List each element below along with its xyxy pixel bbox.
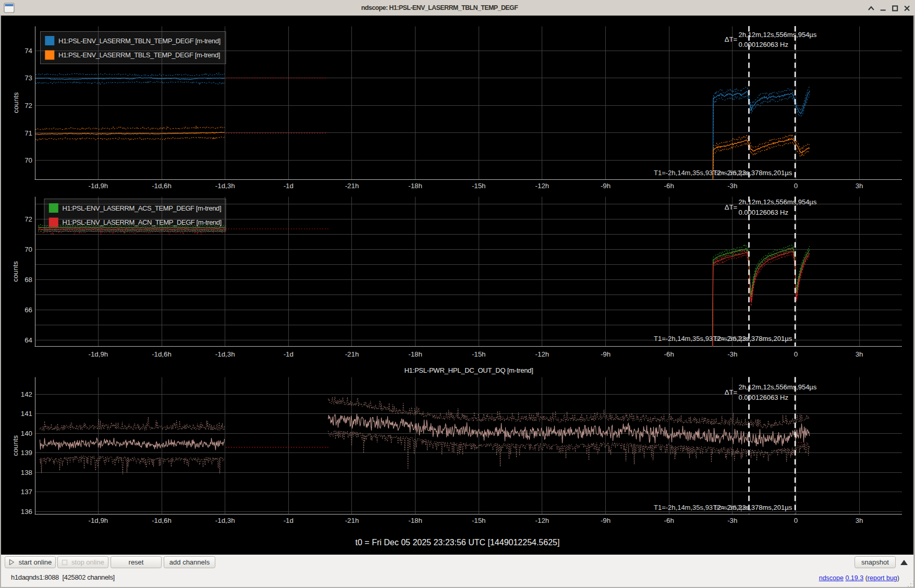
svg-text:-1d,3h: -1d,3h	[215, 350, 235, 358]
svg-text:3h: 3h	[856, 182, 863, 190]
svg-text:ΔT=: ΔT=	[725, 35, 737, 43]
svg-text:T1=-2h,14m,35s,93: T1=-2h,14m,35s,93	[654, 335, 713, 342]
svg-text:-6h: -6h	[664, 350, 674, 358]
svg-text:0: 0	[794, 517, 798, 524]
svg-text:-12h: -12h	[535, 517, 550, 524]
svg-text:-1d,3h: -1d,3h	[215, 182, 235, 190]
svg-text:-18h: -18h	[408, 517, 422, 524]
svg-text:H1:PSL-PWR_HPL_DC_OUT_DQ [m-tr: H1:PSL-PWR_HPL_DC_OUT_DQ [m-trend]	[404, 366, 533, 374]
svg-text:-15h: -15h	[472, 517, 486, 524]
svg-text:136: 136	[21, 508, 32, 516]
svg-text:-1d,3h: -1d,3h	[215, 517, 235, 524]
svg-text:-1d: -1d	[284, 350, 294, 358]
svg-text:-12h: -12h	[535, 350, 550, 358]
svg-text:counts: counts	[12, 92, 20, 113]
svg-text:-21h: -21h	[345, 182, 359, 190]
svg-text:138: 138	[21, 469, 32, 476]
svg-text:0.000126063 Hz: 0.000126063 Hz	[739, 394, 788, 401]
svg-text:H1:PSL-ENV_LASERRM_ACS_TEMP_DE: H1:PSL-ENV_LASERRM_ACS_TEMP_DEGF [m-tren…	[63, 204, 222, 212]
svg-text:-1d: -1d	[284, 182, 294, 190]
svg-text:142: 142	[21, 390, 32, 398]
svg-text:-1d,6h: -1d,6h	[152, 350, 172, 358]
svg-text:-3h: -3h	[727, 350, 737, 358]
svg-text:72: 72	[25, 102, 32, 109]
svg-text:137: 137	[21, 488, 32, 496]
svg-text:T2=-2m,23s,378ms,201µs: T2=-2m,23s,378ms,201µs	[713, 504, 792, 511]
svg-text:3h: 3h	[856, 517, 863, 524]
svg-text:-18h: -18h	[408, 182, 422, 190]
svg-text:T1=-2h,14m,35s,93: T1=-2h,14m,35s,93	[654, 169, 713, 177]
svg-text:-1d,9h: -1d,9h	[89, 517, 108, 524]
svg-text:0.000126063 Hz: 0.000126063 Hz	[739, 41, 788, 48]
svg-text:-3h: -3h	[727, 182, 737, 190]
svg-text:counts: counts	[12, 261, 20, 282]
svg-text:H1:PSL-ENV_LASERRM_TBLN_TEMP_D: H1:PSL-ENV_LASERRM_TBLN_TEMP_DEGF [m-tre…	[58, 37, 221, 45]
svg-text:64: 64	[25, 336, 32, 344]
svg-text:-6h: -6h	[664, 517, 674, 524]
svg-text:141: 141	[21, 410, 32, 418]
svg-text:68: 68	[25, 276, 32, 284]
svg-text:counts: counts	[12, 435, 20, 456]
svg-text:139: 139	[21, 449, 32, 457]
svg-text:-9h: -9h	[601, 182, 611, 190]
svg-text:ΔT=: ΔT=	[725, 388, 737, 396]
svg-text:2h,12m,12s,556ms,954µs: 2h,12m,12s,556ms,954µs	[739, 198, 817, 206]
svg-text:-15h: -15h	[472, 182, 486, 190]
svg-text:-21h: -21h	[345, 350, 359, 358]
svg-text:-1d,6h: -1d,6h	[152, 517, 172, 524]
svg-text:ΔT=: ΔT=	[725, 203, 737, 211]
svg-text:-18h: -18h	[408, 350, 422, 358]
svg-text:2h,12m,12s,556ms,954µs: 2h,12m,12s,556ms,954µs	[739, 31, 817, 39]
svg-text:T2=-2m,23s,378ms,201µs: T2=-2m,23s,378ms,201µs	[713, 335, 792, 342]
svg-text:3h: 3h	[856, 350, 863, 358]
svg-text:H1:PSL-ENV_LASERRM_ACN_TEMP_DE: H1:PSL-ENV_LASERRM_ACN_TEMP_DEGF [m-tren…	[63, 218, 222, 226]
svg-text:140: 140	[21, 430, 32, 437]
svg-text:T1=-2h,14m,35s,93: T1=-2h,14m,35s,93	[654, 504, 713, 511]
svg-text:-1d: -1d	[284, 517, 294, 524]
svg-text:66: 66	[25, 306, 32, 314]
svg-text:74: 74	[25, 47, 32, 55]
svg-text:-3h: -3h	[727, 517, 737, 524]
svg-text:-9h: -9h	[601, 517, 611, 524]
svg-text:72: 72	[25, 215, 32, 223]
svg-text:T2=-2m,23s,378ms,201µs: T2=-2m,23s,378ms,201µs	[713, 169, 792, 177]
svg-text:0: 0	[794, 350, 798, 358]
svg-text:-9h: -9h	[601, 350, 611, 358]
svg-text:0.000126063 Hz: 0.000126063 Hz	[739, 209, 788, 216]
svg-text:70: 70	[25, 156, 32, 164]
svg-text:-6h: -6h	[664, 182, 674, 190]
svg-text:2h,12m,12s,556ms,954µs: 2h,12m,12s,556ms,954µs	[739, 383, 817, 391]
svg-text:73: 73	[25, 74, 32, 82]
svg-text:71: 71	[25, 129, 32, 137]
svg-text:70: 70	[25, 246, 32, 253]
svg-text:-1d,6h: -1d,6h	[152, 182, 172, 190]
svg-text:H1:PSL-ENV_LASERRM_TBLS_TEMP_D: H1:PSL-ENV_LASERRM_TBLS_TEMP_DEGF [m-tre…	[58, 51, 220, 59]
svg-text:t0 = Fri Dec 05 2025 23:23:56: t0 = Fri Dec 05 2025 23:23:56 UTC [14490…	[356, 538, 560, 547]
svg-text:-1d,9h: -1d,9h	[89, 182, 108, 190]
svg-text:-15h: -15h	[472, 350, 486, 358]
svg-text:-21h: -21h	[345, 517, 359, 524]
svg-text:-12h: -12h	[535, 182, 550, 190]
svg-text:0: 0	[794, 182, 798, 190]
svg-text:-1d,9h: -1d,9h	[89, 350, 108, 358]
